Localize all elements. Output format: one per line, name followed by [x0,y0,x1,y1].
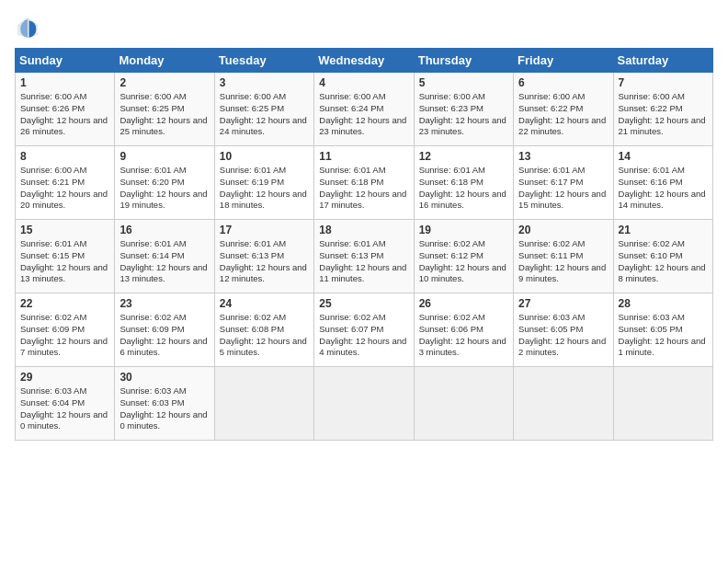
day-info: Sunrise: 6:02 AMSunset: 6:10 PMDaylight:… [619,238,708,285]
calendar-header-thursday: Thursday [414,49,513,73]
calendar-week-row: 22Sunrise: 6:02 AMSunset: 6:09 PMDayligh… [16,293,713,367]
calendar-cell: 12Sunrise: 6:01 AMSunset: 6:18 PMDayligh… [414,146,513,220]
day-number: 30 [119,371,209,384]
calendar-cell: 22Sunrise: 6:02 AMSunset: 6:09 PMDayligh… [16,293,115,367]
calendar-cell: 9Sunrise: 6:01 AMSunset: 6:20 PMDaylight… [115,146,214,220]
calendar-cell: 2Sunrise: 6:00 AMSunset: 6:25 PMDaylight… [115,73,214,146]
day-number: 26 [419,297,508,310]
day-info: Sunrise: 6:03 AMSunset: 6:05 PMDaylight:… [619,312,708,359]
calendar-cell: 15Sunrise: 6:01 AMSunset: 6:15 PMDayligh… [16,220,115,293]
calendar-cell: 20Sunrise: 6:02 AMSunset: 6:11 PMDayligh… [514,220,613,293]
calendar-header-row: SundayMondayTuesdayWednesdayThursdayFrid… [16,49,713,73]
day-info: Sunrise: 6:00 AMSunset: 6:25 PMDaylight:… [220,91,309,138]
calendar-week-row: 15Sunrise: 6:01 AMSunset: 6:15 PMDayligh… [16,220,713,293]
calendar-cell [613,367,712,441]
calendar-cell: 5Sunrise: 6:00 AMSunset: 6:23 PMDaylight… [414,73,513,146]
day-info: Sunrise: 6:01 AMSunset: 6:14 PMDaylight:… [119,238,209,285]
day-info: Sunrise: 6:01 AMSunset: 6:20 PMDaylight:… [119,165,209,212]
calendar-cell: 7Sunrise: 6:00 AMSunset: 6:22 PMDaylight… [613,73,712,146]
day-number: 27 [518,297,608,310]
day-number: 16 [119,224,209,236]
calendar-body: 1Sunrise: 6:00 AMSunset: 6:26 PMDaylight… [16,73,713,441]
day-info: Sunrise: 6:03 AMSunset: 6:03 PMDaylight:… [119,385,209,432]
calendar-week-row: 8Sunrise: 6:00 AMSunset: 6:21 PMDaylight… [16,146,713,220]
day-number: 6 [518,76,608,89]
day-info: Sunrise: 6:00 AMSunset: 6:21 PMDaylight:… [20,165,109,212]
day-number: 7 [619,76,708,89]
day-info: Sunrise: 6:02 AMSunset: 6:12 PMDaylight:… [419,238,508,285]
day-number: 2 [119,76,209,89]
day-info: Sunrise: 6:02 AMSunset: 6:09 PMDaylight:… [20,312,109,359]
calendar-table: SundayMondayTuesdayWednesdayThursdayFrid… [15,48,713,441]
day-info: Sunrise: 6:02 AMSunset: 6:11 PMDaylight:… [518,238,608,285]
day-info: Sunrise: 6:02 AMSunset: 6:08 PMDaylight:… [220,312,309,359]
calendar-cell: 17Sunrise: 6:01 AMSunset: 6:13 PMDayligh… [214,220,313,293]
day-number: 3 [220,76,309,89]
calendar-cell: 4Sunrise: 6:00 AMSunset: 6:24 PMDaylight… [314,73,414,146]
day-number: 28 [619,297,708,310]
day-number: 20 [518,224,608,236]
calendar-cell: 1Sunrise: 6:00 AMSunset: 6:26 PMDaylight… [16,73,115,146]
day-number: 5 [419,76,508,89]
calendar-cell: 23Sunrise: 6:02 AMSunset: 6:09 PMDayligh… [115,293,214,367]
day-number: 23 [119,297,209,310]
day-info: Sunrise: 6:00 AMSunset: 6:22 PMDaylight:… [518,91,608,138]
day-number: 29 [20,371,109,384]
calendar-cell: 29Sunrise: 6:03 AMSunset: 6:04 PMDayligh… [16,367,115,441]
calendar-cell [414,367,513,441]
calendar-cell [214,367,313,441]
calendar-cell: 18Sunrise: 6:01 AMSunset: 6:13 PMDayligh… [314,220,414,293]
calendar-cell: 21Sunrise: 6:02 AMSunset: 6:10 PMDayligh… [613,220,712,293]
day-info: Sunrise: 6:01 AMSunset: 6:13 PMDaylight:… [319,238,408,285]
calendar-header-tuesday: Tuesday [214,49,313,73]
calendar-cell [514,367,613,441]
page-header [15,15,713,40]
calendar-cell: 24Sunrise: 6:02 AMSunset: 6:08 PMDayligh… [214,293,313,367]
calendar-header-saturday: Saturday [613,49,712,73]
calendar-cell: 3Sunrise: 6:00 AMSunset: 6:25 PMDaylight… [214,73,313,146]
day-info: Sunrise: 6:01 AMSunset: 6:15 PMDaylight:… [20,238,109,285]
day-info: Sunrise: 6:01 AMSunset: 6:13 PMDaylight:… [220,238,309,285]
day-number: 19 [419,224,508,236]
day-number: 10 [220,150,309,163]
day-info: Sunrise: 6:00 AMSunset: 6:24 PMDaylight:… [319,91,408,138]
day-info: Sunrise: 6:01 AMSunset: 6:18 PMDaylight:… [319,165,408,212]
day-info: Sunrise: 6:00 AMSunset: 6:25 PMDaylight:… [119,91,209,138]
day-number: 17 [220,224,309,236]
day-info: Sunrise: 6:01 AMSunset: 6:19 PMDaylight:… [220,165,309,212]
day-number: 18 [319,224,408,236]
calendar-cell: 10Sunrise: 6:01 AMSunset: 6:19 PMDayligh… [214,146,313,220]
day-number: 13 [518,150,608,163]
calendar-cell: 30Sunrise: 6:03 AMSunset: 6:03 PMDayligh… [115,367,214,441]
day-info: Sunrise: 6:03 AMSunset: 6:04 PMDaylight:… [20,385,109,432]
calendar-cell: 25Sunrise: 6:02 AMSunset: 6:07 PMDayligh… [314,293,414,367]
calendar-cell: 14Sunrise: 6:01 AMSunset: 6:16 PMDayligh… [613,146,712,220]
day-number: 14 [619,150,708,163]
day-number: 11 [319,150,408,163]
day-number: 22 [20,297,109,310]
day-info: Sunrise: 6:02 AMSunset: 6:07 PMDaylight:… [319,312,408,359]
day-number: 25 [319,297,408,310]
calendar-cell: 26Sunrise: 6:02 AMSunset: 6:06 PMDayligh… [414,293,513,367]
calendar-cell: 13Sunrise: 6:01 AMSunset: 6:17 PMDayligh… [514,146,613,220]
calendar-header-monday: Monday [115,49,214,73]
day-info: Sunrise: 6:03 AMSunset: 6:05 PMDaylight:… [518,312,608,359]
day-info: Sunrise: 6:00 AMSunset: 6:22 PMDaylight:… [619,91,708,138]
logo [15,15,44,40]
calendar-cell: 8Sunrise: 6:00 AMSunset: 6:21 PMDaylight… [16,146,115,220]
calendar-week-row: 29Sunrise: 6:03 AMSunset: 6:04 PMDayligh… [16,367,713,441]
calendar-cell: 28Sunrise: 6:03 AMSunset: 6:05 PMDayligh… [613,293,712,367]
day-number: 8 [20,150,109,163]
day-info: Sunrise: 6:01 AMSunset: 6:16 PMDaylight:… [619,165,708,212]
calendar-header-friday: Friday [514,49,613,73]
calendar-cell [314,367,414,441]
day-number: 1 [20,76,109,89]
day-info: Sunrise: 6:02 AMSunset: 6:06 PMDaylight:… [419,312,508,359]
calendar-week-row: 1Sunrise: 6:00 AMSunset: 6:26 PMDaylight… [16,73,713,146]
day-info: Sunrise: 6:01 AMSunset: 6:17 PMDaylight:… [518,165,608,212]
day-number: 15 [20,224,109,236]
calendar-cell: 27Sunrise: 6:03 AMSunset: 6:05 PMDayligh… [514,293,613,367]
calendar-cell: 6Sunrise: 6:00 AMSunset: 6:22 PMDaylight… [514,73,613,146]
day-info: Sunrise: 6:00 AMSunset: 6:23 PMDaylight:… [419,91,508,138]
calendar-header-wednesday: Wednesday [314,49,414,73]
